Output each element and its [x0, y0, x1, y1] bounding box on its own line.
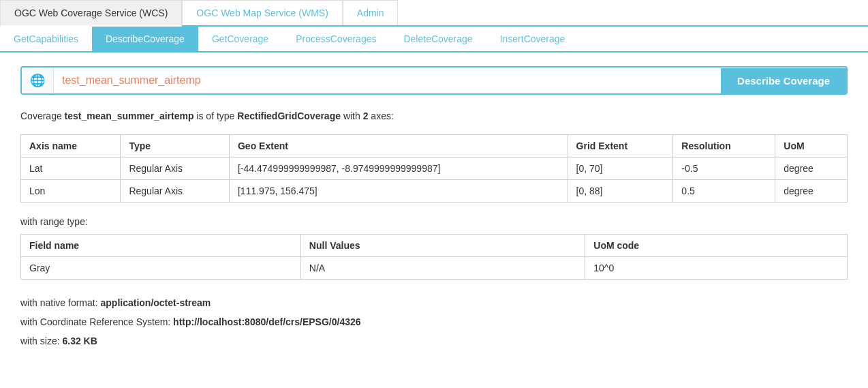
sub-navigation: GetCapabilities DescribeCoverage GetCove… — [0, 27, 868, 53]
coverage-desc-suffix: with — [341, 110, 363, 121]
coverage-name-input[interactable] — [54, 69, 721, 92]
top-nav-wcs[interactable]: OGC Web Coverage Service (WCS) — [0, 0, 182, 27]
coverage-search-bar: 🌐 Describe Coverage — [20, 66, 848, 95]
axis-name-lat: Lat — [21, 158, 121, 180]
axis-type-lon: Regular Axis — [121, 180, 230, 203]
col-axis-name: Axis name — [21, 135, 121, 158]
axis-grid-extent-lon: [0, 88] — [568, 180, 673, 203]
bottom-info: with native format: application/octet-st… — [20, 293, 848, 350]
native-format-value: application/octet-stream — [101, 297, 211, 308]
axis-uom-lon: degree — [775, 180, 848, 203]
col-type: Type — [121, 135, 230, 158]
main-content: 🌐 Describe Coverage Coverage test_mean_s… — [0, 53, 868, 364]
null-values-gray: N/A — [300, 257, 585, 280]
table-row: Lon Regular Axis [111.975, 156.475] [0, … — [21, 180, 848, 203]
tab-describe-coverage[interactable]: DescribeCoverage — [92, 27, 198, 51]
tab-get-capabilities[interactable]: GetCapabilities — [0, 27, 92, 51]
range-table-header-row: Field name Null Values UoM code — [21, 235, 848, 257]
axes-table: Axis name Type Geo Extent Grid Extent Re… — [20, 134, 848, 203]
top-nav-admin[interactable]: Admin — [343, 0, 399, 25]
table-row: Lat Regular Axis [-44.474999999999987, -… — [21, 158, 848, 180]
col-grid-extent: Grid Extent — [568, 135, 673, 158]
tab-process-coverages[interactable]: ProcessCoverages — [282, 27, 390, 51]
axis-geo-extent-lon: [111.975, 156.475] — [229, 180, 568, 203]
coverage-desc-middle: is of type — [193, 110, 237, 121]
axis-name-lon: Lon — [21, 180, 121, 203]
axis-uom-lat: degree — [775, 158, 848, 180]
size-value: 6.32 KB — [62, 335, 97, 346]
col-field-name: Field name — [21, 235, 301, 257]
col-resolution: Resolution — [673, 135, 775, 158]
axis-geo-extent-lat: [-44.474999999999987, -8.974999999999998… — [229, 158, 568, 180]
top-nav-wms[interactable]: OGC Web Map Service (WMS) — [182, 0, 342, 25]
tab-delete-coverage[interactable]: DeleteCoverage — [390, 27, 486, 51]
top-navigation: OGC Web Coverage Service (WCS) OGC Web M… — [0, 0, 868, 27]
tab-insert-coverage[interactable]: InsertCoverage — [486, 27, 579, 51]
crs-value: http://localhost:8080/def/crs/EPSG/0/432… — [173, 316, 360, 327]
size-line: with size: 6.32 KB — [20, 331, 848, 350]
range-table: Field name Null Values UoM code Gray N/A… — [20, 234, 848, 280]
field-name-gray: Gray — [21, 257, 301, 280]
native-format-line: with native format: application/octet-st… — [20, 293, 848, 312]
native-format-prefix: with native format: — [20, 297, 101, 308]
col-null-values: Null Values — [300, 235, 585, 257]
coverage-desc-prefix: Coverage — [20, 110, 65, 121]
col-uom-code: UoM code — [585, 235, 848, 257]
coverage-name-label: test_mean_summer_airtemp — [65, 110, 194, 121]
axis-resolution-lat: -0.5 — [673, 158, 775, 180]
crs-prefix: with Coordinate Reference System: — [20, 316, 173, 327]
axis-resolution-lon: 0.5 — [673, 180, 775, 203]
col-uom: UoM — [775, 135, 848, 158]
table-row: Gray N/A 10^0 — [21, 257, 848, 280]
size-prefix: with size: — [20, 335, 62, 346]
describe-coverage-button[interactable]: Describe Coverage — [721, 68, 846, 93]
uom-code-gray: 10^0 — [585, 257, 848, 280]
axis-grid-extent-lat: [0, 70] — [568, 158, 673, 180]
globe-icon: 🌐 — [22, 68, 54, 93]
axes-table-header-row: Axis name Type Geo Extent Grid Extent Re… — [21, 135, 848, 158]
coverage-type-label: RectifiedGridCoverage — [237, 110, 341, 121]
axes-suffix-label: axes: — [368, 110, 393, 121]
coverage-description-text: Coverage test_mean_summer_airtemp is of … — [20, 108, 848, 123]
col-geo-extent: Geo Extent — [229, 135, 568, 158]
axis-type-lat: Regular Axis — [121, 158, 230, 180]
crs-line: with Coordinate Reference System: http:/… — [20, 312, 848, 331]
range-type-label: with range type: — [20, 216, 848, 227]
tab-get-coverage[interactable]: GetCoverage — [198, 27, 282, 51]
